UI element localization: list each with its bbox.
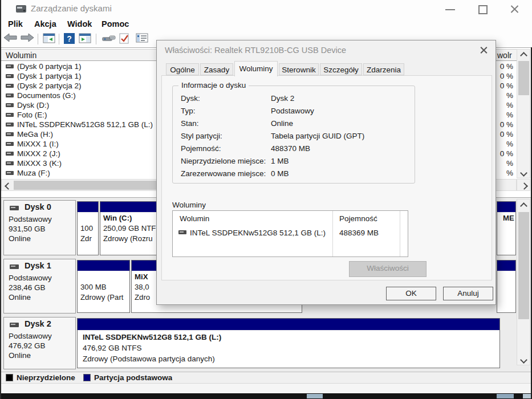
- scroll-up-icon[interactable]: [520, 202, 527, 210]
- partition-color-band: [78, 319, 499, 331]
- device-console-icon: [101, 33, 116, 44]
- partition-color-band: [78, 202, 98, 213]
- status-strip: [1, 383, 532, 394]
- properties-list-icon[interactable]: [136, 33, 149, 45]
- taskbar-segment: [523, 394, 531, 398]
- info-label: Pojemność:: [181, 144, 221, 153]
- disk-status: Online: [9, 234, 31, 243]
- volume-icon: [6, 74, 14, 78]
- info-value: Podstawowy: [271, 107, 314, 115]
- menu-plik[interactable]: Plik: [8, 19, 23, 28]
- disk-icon: [10, 206, 19, 210]
- disk-status: Online: [9, 351, 31, 360]
- tab-label: Ogólne: [170, 66, 195, 74]
- scroll-right-icon[interactable]: [521, 182, 528, 190]
- menu-akcja[interactable]: Akcja: [34, 19, 56, 28]
- partition-line: 100: [80, 223, 95, 234]
- disk2-partition-intel-l[interactable]: INTeL SSDPEKNw512G8 512,1 GB (L:) 476,92…: [77, 318, 500, 368]
- menu-widok[interactable]: Widok: [67, 19, 92, 28]
- volume-icon: [178, 230, 186, 234]
- action-pane-icon[interactable]: [79, 33, 92, 45]
- partition-line: 476,92 GB NTFS: [83, 343, 494, 353]
- maximize-icon[interactable]: [478, 5, 488, 14]
- volume-list-vscrollbar[interactable]: [517, 49, 530, 178]
- forward-icon[interactable]: [21, 33, 34, 45]
- dialog-title: Właściwości: Realtek RTL9210B-CG USB Dev…: [165, 46, 346, 55]
- toolbar-separator: [96, 34, 96, 44]
- partition-line: Zdr: [80, 234, 95, 244]
- volume-free-pct: 0 %: [495, 129, 513, 139]
- volume-table-row[interactable]: INTeL SSDPEKNw512G8 512,1 GB (L:) 488369…: [173, 226, 408, 238]
- volume-icon: [6, 103, 14, 107]
- disk1-partition-fragment[interactable]: [497, 260, 516, 313]
- tab-sterownik[interactable]: Sterownik: [279, 63, 319, 75]
- console-tree-icon[interactable]: [43, 33, 56, 45]
- table-header-volume[interactable]: Wolumin: [180, 214, 209, 223]
- disk-size: 476,92 GB: [9, 341, 46, 350]
- back-icon[interactable]: [3, 33, 17, 45]
- disk0-partition-system[interactable]: 100 Zdr: [77, 201, 99, 255]
- volume-icon: [6, 132, 14, 136]
- disk1-header[interactable]: Dysk 1 Podstawowy 238,46 GB Online: [3, 259, 76, 314]
- volumes-section-label: Woluminy: [172, 201, 206, 209]
- volume-label: INTeL SSDPEKNw512G8 512,1 GB (L:): [17, 120, 153, 129]
- window-play-icon: [79, 33, 91, 44]
- tab-ogolne[interactable]: Ogólne: [166, 63, 199, 75]
- info-label: Zarezerwowane miejsce:: [181, 169, 266, 178]
- volume-free-pct: 0 %: [495, 120, 513, 129]
- info-label: Stan:: [181, 119, 199, 128]
- disk-type: Podstawowy: [9, 332, 52, 340]
- cancel-button[interactable]: Anuluj: [443, 287, 493, 300]
- help-icon[interactable]: ?: [64, 33, 78, 45]
- legend-unallocated-swatch: [6, 374, 13, 381]
- disk0-partition-fragment[interactable]: ME: [497, 201, 516, 255]
- properties-button-disabled[interactable]: Właściwości: [349, 261, 427, 277]
- ok-button[interactable]: OK: [386, 287, 436, 300]
- volume-icon: [6, 113, 14, 117]
- task-check-icon[interactable]: [119, 33, 132, 45]
- scroll-up-icon[interactable]: [520, 52, 527, 59]
- info-label: Styl partycji:: [181, 132, 222, 140]
- properties-dialog: Właściwości: Realtek RTL9210B-CG USB Dev…: [156, 40, 496, 305]
- scroll-down-icon[interactable]: [520, 169, 527, 177]
- tab-woluminy[interactable]: Woluminy: [234, 61, 278, 76]
- tab-zdarzenia[interactable]: Zdarzenia: [363, 63, 404, 75]
- volume-label: Documentos (G:): [17, 91, 76, 100]
- disk-size: 931,50 GB: [9, 225, 46, 233]
- disk2-header[interactable]: Dysk 2 Podstawowy 476,92 GB Online: [3, 317, 76, 369]
- vscroll-thumb[interactable]: [518, 212, 529, 319]
- volume-icon: [6, 93, 14, 97]
- page-check-icon: [119, 33, 130, 44]
- hscroll-right-button[interactable]: [517, 179, 530, 191]
- taskbar-segment: [307, 394, 323, 398]
- scroll-left-icon[interactable]: [5, 182, 12, 190]
- volume-label: MiXXX 1 (I:): [17, 139, 59, 149]
- tab-zasady[interactable]: Zasady: [200, 63, 233, 75]
- legend-unallocated-label: Nieprzydzielone: [17, 373, 75, 382]
- console-snapin-icon[interactable]: [101, 33, 115, 45]
- minimize-icon[interactable]: [445, 9, 455, 10]
- disk-info-groupbox: Informacje o dysku Dysk: Dysk 2 Typ: Pod…: [172, 85, 415, 184]
- menu-pomoc[interactable]: Pomoc: [101, 19, 129, 28]
- disk-status: Online: [9, 293, 31, 302]
- tab-label: Zdarzenia: [367, 66, 401, 74]
- table-header-capacity[interactable]: Pojemność: [339, 214, 377, 223]
- volume-icon: [6, 161, 14, 165]
- volume-icon: [6, 84, 14, 88]
- graphical-view-vscrollbar[interactable]: [517, 199, 530, 365]
- volume-label: Muza (F:): [17, 168, 50, 178]
- volume-label: MeGa (H:): [17, 129, 53, 139]
- disk-type: Podstawowy: [9, 215, 52, 223]
- volume-free-pct: %: [495, 91, 513, 100]
- volume-free-pct: 0 %: [495, 71, 513, 81]
- vscroll-thumb[interactable]: [518, 61, 529, 95]
- scroll-down-icon[interactable]: [520, 356, 527, 364]
- disk1-partition-300mb[interactable]: 300 MB Zdrowy (Part: [77, 260, 130, 313]
- info-value: 488370 MB: [271, 144, 310, 153]
- disk0-header[interactable]: Dysk 0 Podstawowy 931,50 GB Online: [3, 200, 76, 255]
- column-header-free-pct[interactable]: wolr: [495, 49, 517, 61]
- partition-title: INTeL SSDPEKNw512G8 512,1 GB (L:): [83, 332, 494, 343]
- partition-line: Zdrowy (Part: [80, 292, 127, 303]
- volume-label: MiXXX 3 (K:): [17, 158, 62, 168]
- tab-szczegoly[interactable]: Szczegóły: [320, 63, 362, 75]
